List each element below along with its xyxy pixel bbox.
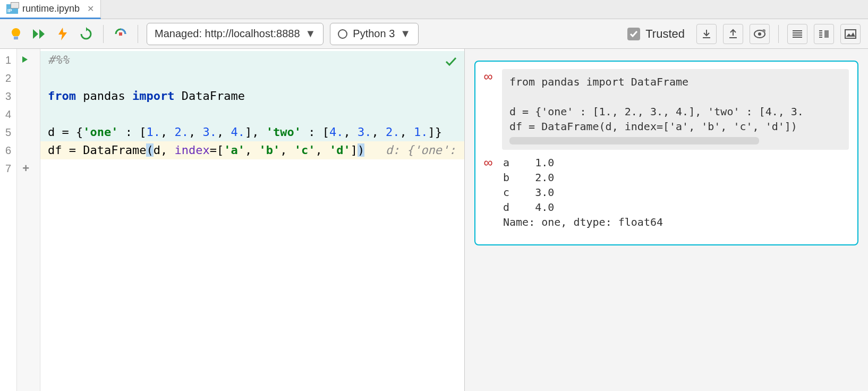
svg-rect-1 [14, 38, 18, 39]
svg-rect-4 [729, 37, 737, 38]
svg-rect-10 [793, 35, 802, 36]
execution-count-icon: ∞ [481, 69, 496, 84]
horizontal-scrollbar[interactable] [509, 137, 759, 144]
trusted-label: Trusted [645, 27, 685, 41]
gutter-line[interactable]: 4 [0, 105, 16, 123]
svg-rect-11 [793, 37, 802, 38]
code-content: #%% from pandas import DataFrame d = {'o… [40, 49, 464, 159]
gutter-line[interactable]: 7+ [0, 159, 16, 177]
editor-tab[interactable]: IP runtime.ipynb ✕ [0, 0, 101, 19]
gutter-line[interactable]: 6 [0, 141, 16, 159]
toolbar-separator [103, 25, 104, 43]
code-editor[interactable]: #%% from pandas import DataFrame d = {'o… [40, 49, 464, 391]
variables-button[interactable] [750, 24, 770, 44]
output-cell: ∞ from pandas import DataFrame d = {'one… [474, 61, 858, 245]
gutter-line[interactable]: 1 [0, 51, 16, 69]
ide-bulb-button[interactable] [7, 26, 24, 42]
svg-rect-8 [793, 30, 802, 31]
svg-rect-16 [824, 30, 829, 38]
svg-rect-13 [819, 32, 822, 33]
kernel-status-icon [338, 29, 347, 39]
svg-point-7 [762, 29, 765, 32]
trusted-toggle[interactable]: Trusted [627, 27, 685, 41]
cell-gutter: 1 2 3 4 5 6 7+ [0, 49, 17, 391]
close-tab-icon[interactable]: ✕ [87, 4, 94, 14]
svg-rect-14 [819, 35, 822, 36]
svg-rect-3 [703, 37, 710, 38]
svg-rect-12 [819, 30, 822, 31]
toolbar-separator [138, 25, 138, 43]
gutter-line[interactable]: 3 [0, 87, 16, 105]
download-output-button[interactable] [696, 24, 717, 44]
soft-wrap-button[interactable] [787, 24, 807, 44]
svg-rect-17 [845, 30, 856, 38]
toolbar-separator [778, 25, 779, 43]
svg-rect-9 [793, 32, 802, 33]
gutter-line[interactable]: 5 [0, 123, 16, 141]
run-gutter [17, 49, 40, 391]
add-cell-icon[interactable]: + [22, 162, 29, 175]
run-cell-button[interactable] [54, 26, 71, 42]
jupyter-file-icon: IP [6, 4, 18, 14]
execution-count-icon: ∞ [481, 155, 496, 170]
main-area: 1 2 3 4 5 6 7+ #%% from pandas import Da… [0, 49, 868, 391]
chevron-down-icon: ▼ [305, 28, 316, 40]
output-result: a 1.0 b 2.0 c 3.0 d 4.0 Name: one, dtype… [502, 155, 663, 230]
jupyter-server-dropdown[interactable]: Managed: http://localhost:8888 ▼ [147, 23, 324, 45]
svg-rect-0 [14, 37, 18, 38]
chevron-down-icon: ▼ [400, 28, 411, 40]
tab-bar: IP runtime.ipynb ✕ [0, 0, 868, 19]
gutter-line[interactable]: 2 [0, 69, 16, 87]
notebook-toolbar: Managed: http://localhost:8888 ▼ Python … [0, 19, 868, 49]
run-cell-icon[interactable] [21, 54, 29, 66]
server-label: Managed: http://localhost:8888 [155, 28, 300, 40]
layout-button[interactable] [814, 24, 834, 44]
output-code-preview[interactable]: from pandas import DataFrame d = {'one' … [502, 69, 849, 150]
restart-kernel-button[interactable] [78, 26, 95, 42]
run-all-button[interactable] [31, 26, 48, 42]
upload-output-button[interactable] [723, 24, 743, 44]
tab-filename: runtime.ipynb [22, 3, 80, 14]
trusted-checkbox-icon [627, 28, 640, 40]
kernel-label: Python 3 [353, 28, 395, 40]
svg-point-6 [758, 32, 761, 36]
output-pane: ∞ from pandas import DataFrame d = {'one… [464, 49, 868, 391]
svg-rect-15 [819, 37, 822, 38]
interrupt-kernel-button[interactable] [112, 26, 129, 42]
image-output-button[interactable] [840, 24, 861, 44]
svg-rect-2 [119, 32, 122, 36]
kernel-dropdown[interactable]: Python 3 ▼ [330, 23, 419, 45]
